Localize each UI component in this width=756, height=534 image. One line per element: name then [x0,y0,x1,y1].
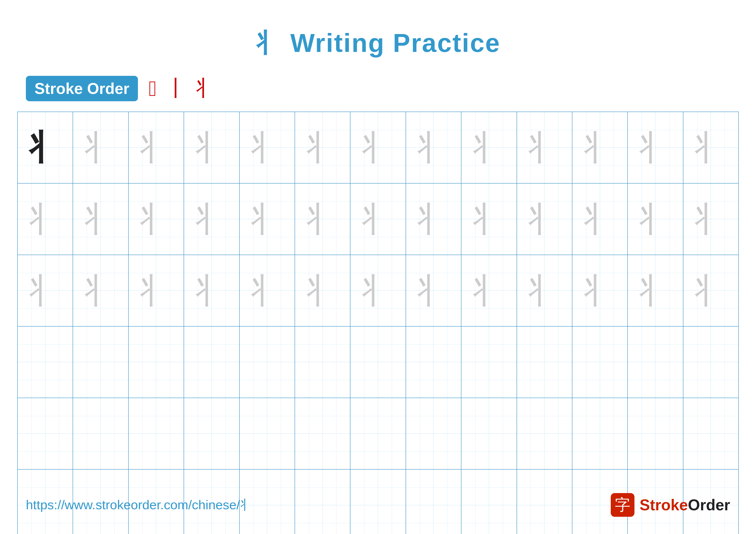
grid-cell[interactable] [240,327,295,398]
grid-cell[interactable]: 丬 [18,112,73,183]
grid-cell[interactable]: 丬 [628,112,683,183]
grid-row-4 [18,327,738,398]
grid-cell[interactable]: 丬 [683,255,738,326]
char-faded: 丬 [194,130,229,165]
char-faded: 丬 [472,273,506,308]
grid-cell[interactable]: 丬 [18,255,73,326]
stroke-order-badge: Stroke Order [26,76,138,101]
grid-cell[interactable] [73,398,128,469]
grid-cell[interactable]: 丬 [350,184,406,255]
grid-cell[interactable] [184,327,239,398]
grid-cell[interactable]: 丬 [628,184,683,255]
practice-grid: 丬 丬 丬 丬 丬 丬 丬 丬 丬 丬 丬 丬 丬 丬 丬 丬 丬 丬 丬 丬 … [17,112,739,534]
grid-cell[interactable]: 丬 [73,184,128,255]
grid-row-1: 丬 丬 丬 丬 丬 丬 丬 丬 丬 丬 丬 丬 丬 [18,112,738,184]
grid-cell[interactable] [683,398,738,469]
grid-cell[interactable]: 丬 [295,184,350,255]
char-faded: 丬 [305,202,340,236]
grid-cell[interactable] [73,327,128,398]
grid-cell[interactable]: 丬 [572,184,628,255]
grid-cell[interactable]: 丬 [184,112,239,183]
title-character: 丬 [256,28,282,57]
char-faded: 丬 [638,273,673,308]
char-faded: 丬 [139,273,173,308]
stroke-step-1: 𠃌 [149,76,157,101]
grid-cell[interactable]: 丬 [240,112,295,183]
grid-cell[interactable]: 丬 [461,184,517,255]
grid-cell[interactable]: 丬 [683,184,738,255]
char-faded: 丬 [139,130,173,165]
grid-cell[interactable] [461,398,517,469]
grid-cell[interactable] [129,398,184,469]
grid-cell[interactable]: 丬 [628,255,683,326]
char-faded: 丬 [583,202,617,236]
grid-cell[interactable] [129,327,184,398]
char-faded: 丬 [693,273,728,308]
grid-cell[interactable] [406,327,461,398]
grid-cell[interactable]: 丬 [461,255,517,326]
grid-cell[interactable]: 丬 [406,255,461,326]
grid-cell[interactable]: 丬 [517,255,572,326]
char-faded: 丬 [583,130,617,165]
grid-row-5 [18,398,738,470]
char-faded: 丬 [638,130,673,165]
grid-cell[interactable]: 丬 [73,255,128,326]
grid-cell[interactable] [461,327,517,398]
char-faded: 丬 [361,202,395,236]
grid-cell[interactable] [683,327,738,398]
grid-cell[interactable]: 丬 [406,112,461,183]
grid-cell[interactable]: 丬 [73,112,128,183]
grid-cell[interactable] [350,398,406,469]
stroke-step-3: 丬 [196,74,217,103]
grid-cell[interactable] [18,327,73,398]
grid-cell[interactable]: 丬 [350,255,406,326]
char-faded: 丬 [583,273,617,308]
grid-cell[interactable] [240,398,295,469]
grid-cell[interactable]: 丬 [295,255,350,326]
char-faded: 丬 [693,130,728,165]
grid-cell[interactable]: 丬 [184,255,239,326]
grid-cell[interactable]: 丬 [517,112,572,183]
grid-cell[interactable]: 丬 [572,112,628,183]
grid-cell[interactable]: 丬 [350,112,406,183]
grid-cell[interactable] [295,327,350,398]
char-faded: 丬 [139,202,173,236]
char-faded: 丬 [194,273,229,308]
grid-cell[interactable] [628,327,683,398]
grid-cell[interactable]: 丬 [295,112,350,183]
char-faded: 丬 [83,273,118,308]
grid-cell[interactable] [350,327,406,398]
grid-cell[interactable] [184,398,239,469]
char-faded: 丬 [305,273,340,308]
grid-cell[interactable] [295,398,350,469]
grid-cell[interactable]: 丬 [240,255,295,326]
grid-cell[interactable]: 丬 [683,112,738,183]
grid-cell[interactable]: 丬 [18,184,73,255]
grid-cell[interactable]: 丬 [129,112,184,183]
grid-cell[interactable]: 丬 [184,184,239,255]
grid-cell[interactable] [628,398,683,469]
brand-stroke-text: Stroke [640,496,688,514]
grid-cell[interactable]: 丬 [517,184,572,255]
grid-cell[interactable]: 丬 [240,184,295,255]
char-faded: 丬 [361,273,395,308]
stroke-order-section: Stroke Order 𠃌 丨 丬 [26,74,730,103]
title-text: Writing Practice [290,28,500,57]
char-faded: 丬 [250,130,284,165]
grid-cell[interactable]: 丬 [572,255,628,326]
grid-cell[interactable] [406,398,461,469]
char-faded: 丬 [693,202,728,236]
grid-cell[interactable] [572,327,628,398]
footer-url[interactable]: https://www.strokeorder.com/chinese/丬 [26,496,253,514]
grid-cell[interactable]: 丬 [461,112,517,183]
grid-cell[interactable] [572,398,628,469]
brand-icon: 字 [611,493,634,517]
footer: https://www.strokeorder.com/chinese/丬 字 … [26,493,730,517]
grid-cell[interactable]: 丬 [129,255,184,326]
grid-cell[interactable] [18,398,73,469]
grid-cell[interactable]: 丬 [406,184,461,255]
brand-icon-char: 字 [615,495,630,515]
grid-cell[interactable] [517,327,572,398]
grid-cell[interactable] [517,398,572,469]
grid-cell[interactable]: 丬 [129,184,184,255]
